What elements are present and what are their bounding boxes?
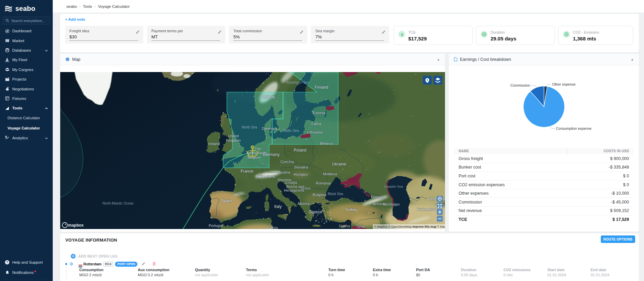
svg-text:Commission: Commission xyxy=(510,83,530,87)
svg-text:Ireland: Ireland xyxy=(208,142,220,146)
svg-text:Estonia: Estonia xyxy=(313,111,326,115)
svg-text:Bulgaria: Bulgaria xyxy=(313,193,327,197)
svg-text:Norway: Norway xyxy=(261,94,275,99)
svg-text:Black Sea: Black Sea xyxy=(328,192,343,196)
svg-text:Norwegian Sea: Norwegian Sea xyxy=(286,81,310,84)
svg-text:North Sea: North Sea xyxy=(242,125,257,129)
svg-text:Baltic Sea: Baltic Sea xyxy=(283,129,299,133)
svg-text:The: The xyxy=(255,147,261,151)
svg-text:Belgium: Belgium xyxy=(247,155,261,159)
svg-text:Finland: Finland xyxy=(315,85,328,90)
svg-text:Syria: Syria xyxy=(357,224,365,228)
svg-text:© Mapbox © OpenStreetMap Impro: © Mapbox © OpenStreetMap Improve this ma… xyxy=(374,225,445,228)
svg-text:Albania: Albania xyxy=(297,201,309,206)
svg-text:Poland: Poland xyxy=(294,148,306,153)
svg-text:Ukraine: Ukraine xyxy=(332,162,346,166)
svg-text:Belarus: Belarus xyxy=(320,141,333,145)
svg-text:Hungary: Hungary xyxy=(294,172,308,176)
svg-text:France: France xyxy=(241,169,253,174)
svg-text:Switzerland: Switzerland xyxy=(256,174,275,178)
svg-text:Greece: Greece xyxy=(309,210,322,214)
svg-text:Kingdom: Kingdom xyxy=(226,138,241,142)
svg-text:Tunisia: Tunisia xyxy=(266,226,278,229)
svg-text:Portugal: Portugal xyxy=(209,224,223,228)
svg-text:Georgia: Georgia xyxy=(371,195,384,199)
svg-text:Italy: Italy xyxy=(274,204,282,209)
svg-text:Slovakia: Slovakia xyxy=(294,165,308,169)
svg-text:Turkmenistan: Turkmenistan xyxy=(417,207,439,211)
svg-text:Spain: Spain xyxy=(221,198,232,203)
svg-text:Caspian Sea: Caspian Sea xyxy=(384,185,403,188)
svg-text:?: ? xyxy=(6,261,8,264)
svg-text:$: $ xyxy=(401,33,402,36)
svg-text:United: United xyxy=(228,134,239,138)
svg-text:Denmark: Denmark xyxy=(262,126,277,130)
svg-text:Moldova: Moldova xyxy=(323,172,337,176)
svg-text:Consumption expense: Consumption expense xyxy=(556,126,592,130)
svg-text:Azerbaijan: Azerbaijan xyxy=(383,202,400,206)
svg-text:Lithuania: Lithuania xyxy=(307,130,323,134)
svg-text:mapbox: mapbox xyxy=(68,223,84,228)
svg-text:Germany: Germany xyxy=(263,152,279,157)
svg-text:Czechia: Czechia xyxy=(280,160,294,164)
svg-text:Romania: Romania xyxy=(316,181,331,185)
svg-text:North Atlantic Ocean: North Atlantic Ocean xyxy=(102,201,134,205)
svg-text:Other expense: Other expense xyxy=(552,82,576,86)
svg-text:Austria: Austria xyxy=(279,170,291,174)
svg-text:Cyprus: Cyprus xyxy=(339,224,350,228)
svg-text:Serbia: Serbia xyxy=(300,186,311,190)
svg-text:Croatia: Croatia xyxy=(285,180,297,185)
svg-text:Latvia: Latvia xyxy=(311,122,321,126)
svg-text:Turkey: Turkey xyxy=(345,207,357,212)
